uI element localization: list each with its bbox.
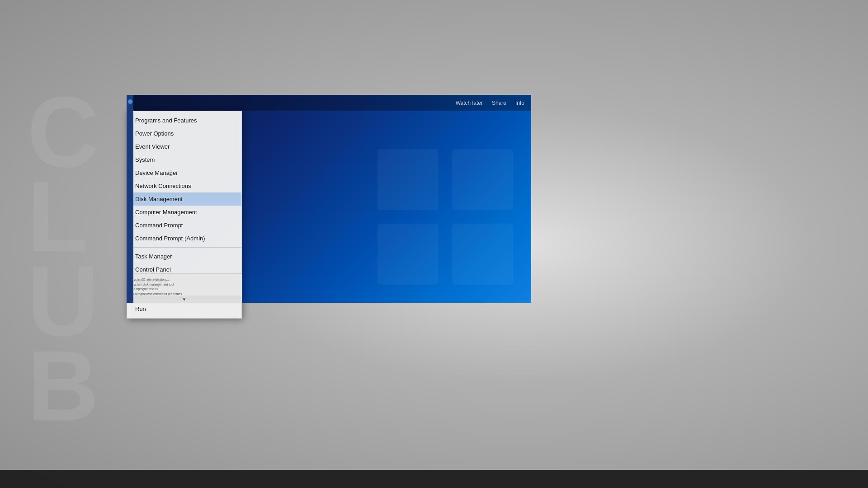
taskbar <box>0 470 868 488</box>
menu-item-device-manager[interactable]: Device Manager <box>127 166 241 179</box>
window-topbar: Watch later Share Info <box>127 95 531 111</box>
windows-logo-watermark <box>377 149 513 285</box>
svg-rect-2 <box>377 224 439 285</box>
menu-item-command-prompt[interactable]: Command Prompt <box>127 219 241 232</box>
blue-dot-indicator <box>128 99 132 104</box>
scroll-down-arrow: ▼ <box>182 297 187 302</box>
watch-later-button[interactable]: Watch later <box>456 100 483 106</box>
menu-item-power-options[interactable]: Power Options <box>127 127 241 140</box>
svg-rect-3 <box>452 224 513 285</box>
preview-area: system32 administrators... system disk m… <box>127 273 242 303</box>
svg-rect-0 <box>377 149 439 210</box>
menu-item-network-connections[interactable]: Network Connections <box>127 179 241 192</box>
menu-item-disk-management[interactable]: Disk Management <box>127 192 241 206</box>
info-button[interactable]: Info <box>515 100 524 106</box>
share-button[interactable]: Share <box>492 100 506 106</box>
menu-item-command-prompt-admin[interactable]: Command Prompt (Admin) <box>127 232 241 245</box>
menu-item-programs-features[interactable]: Programs and Features <box>127 114 241 127</box>
menu-separator <box>127 247 241 248</box>
svg-rect-1 <box>452 149 513 210</box>
menu-item-event-viewer[interactable]: Event Viewer <box>127 140 241 153</box>
side-accent-bar <box>127 95 133 303</box>
menu-item-system[interactable]: System <box>127 153 241 166</box>
scroll-indicator: ▼ <box>127 296 242 303</box>
menu-item-task-manager[interactable]: Task Manager <box>127 250 241 263</box>
menu-item-run[interactable]: Run <box>127 302 241 315</box>
menu-item-computer-management[interactable]: Computer Management <box>127 206 241 219</box>
